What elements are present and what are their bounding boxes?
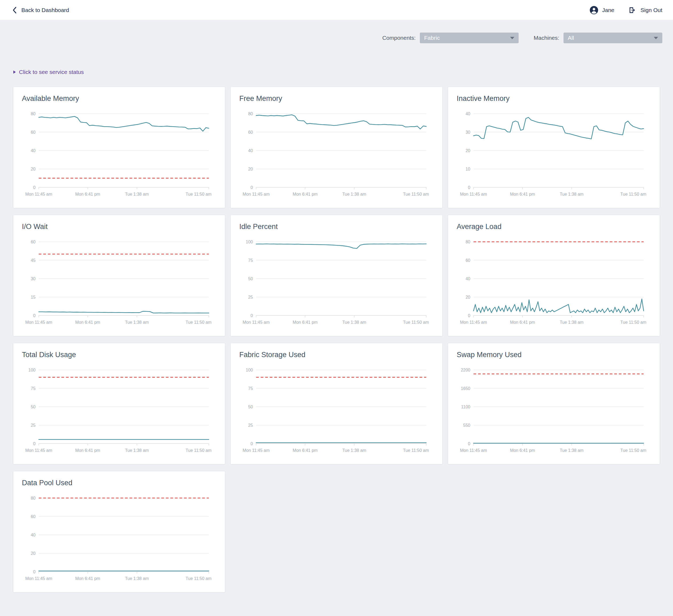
svg-text:60: 60 (465, 258, 470, 263)
svg-text:60: 60 (31, 514, 35, 519)
svg-text:Tue 11:50 am: Tue 11:50 am (186, 448, 212, 453)
svg-text:20: 20 (465, 295, 470, 299)
svg-text:2200: 2200 (461, 368, 470, 372)
svg-text:75: 75 (248, 258, 253, 263)
chart-card-available-memory: Available Memory 020406080Mon 11:45 amMo… (13, 87, 225, 208)
svg-text:Mon 6:41 pm: Mon 6:41 pm (75, 320, 100, 325)
svg-text:45: 45 (31, 258, 35, 263)
machines-filter: Machines: All (533, 33, 662, 43)
svg-text:550: 550 (463, 423, 470, 427)
svg-text:0: 0 (33, 313, 35, 318)
svg-text:Tue 1:38 am: Tue 1:38 am (343, 448, 366, 453)
chart-card-idle-percent: Idle Percent 0255075100Mon 11:45 amMon 6… (231, 215, 442, 336)
svg-text:Mon 11:45 am: Mon 11:45 am (460, 320, 487, 325)
svg-text:Tue 1:38 am: Tue 1:38 am (125, 192, 149, 197)
components-dropdown-value: Fabric (424, 35, 440, 41)
user-name: Jane (602, 7, 615, 13)
expand-triangle-icon (13, 70, 16, 74)
components-dropdown[interactable]: Fabric (420, 33, 519, 43)
svg-text:Mon 11:45 am: Mon 11:45 am (25, 448, 52, 453)
svg-text:0: 0 (33, 185, 35, 190)
svg-text:Mon 11:45 am: Mon 11:45 am (242, 192, 269, 197)
chart-card-free-memory: Free Memory 020406080Mon 11:45 amMon 6:4… (231, 87, 442, 208)
svg-text:100: 100 (246, 368, 253, 372)
line-chart: 020406080Mon 11:45 amMon 6:41 pmTue 1:38… (231, 87, 442, 208)
svg-text:25: 25 (248, 295, 253, 299)
back-to-dashboard-link[interactable]: Back to Dashboard (12, 7, 69, 14)
svg-text:Mon 6:41 pm: Mon 6:41 pm (293, 320, 317, 325)
svg-text:1100: 1100 (461, 405, 471, 409)
svg-text:80: 80 (465, 240, 470, 244)
svg-text:100: 100 (28, 368, 35, 372)
filter-bar: Components: Fabric Machines: All (0, 20, 673, 43)
svg-text:Mon 6:41 pm: Mon 6:41 pm (510, 192, 535, 197)
svg-text:Tue 11:50 am: Tue 11:50 am (186, 576, 212, 581)
chart-card-inactive-memory: Inactive Memory 010203040Mon 11:45 amMon… (448, 87, 660, 208)
svg-text:30: 30 (31, 277, 35, 281)
sign-out-button[interactable]: Sign Out (628, 6, 662, 14)
machines-dropdown-value: All (568, 35, 574, 41)
components-filter: Components: Fabric (382, 33, 519, 43)
sign-out-label: Sign Out (640, 7, 662, 13)
svg-text:Tue 11:50 am: Tue 11:50 am (620, 448, 646, 453)
svg-text:Mon 6:41 pm: Mon 6:41 pm (510, 448, 535, 453)
svg-text:Tue 1:38 am: Tue 1:38 am (560, 192, 584, 197)
svg-text:20: 20 (465, 148, 470, 153)
svg-text:25: 25 (248, 423, 253, 427)
svg-text:Tue 11:50 am: Tue 11:50 am (403, 192, 429, 197)
machines-label: Machines: (533, 35, 559, 41)
svg-text:15: 15 (31, 295, 35, 299)
svg-text:50: 50 (248, 277, 253, 281)
charts-grid: Available Memory 020406080Mon 11:45 amMo… (13, 87, 660, 592)
svg-text:40: 40 (31, 148, 35, 153)
chart-card-total-disk-usage: Total Disk Usage 0255075100Mon 11:45 amM… (13, 343, 225, 464)
svg-text:Mon 11:45 am: Mon 11:45 am (460, 192, 487, 197)
top-bar: Back to Dashboard Jane Sign Out (0, 0, 673, 20)
svg-text:20: 20 (31, 167, 35, 171)
svg-text:Tue 1:38 am: Tue 1:38 am (125, 320, 149, 325)
chart-card-i-o-wait: I/O Wait 015304560Mon 11:45 amMon 6:41 p… (13, 215, 225, 336)
svg-text:Tue 1:38 am: Tue 1:38 am (125, 576, 149, 581)
svg-text:30: 30 (465, 130, 470, 134)
line-chart: 010203040Mon 11:45 amMon 6:41 pmTue 1:38… (448, 87, 660, 208)
svg-text:80: 80 (248, 111, 253, 116)
service-status-toggle[interactable]: Click to see service status (13, 69, 84, 75)
back-chevron-icon (12, 7, 17, 14)
svg-text:Mon 6:41 pm: Mon 6:41 pm (510, 320, 535, 325)
svg-text:80: 80 (31, 111, 35, 116)
chevron-down-icon (510, 37, 514, 39)
svg-text:Mon 11:45 am: Mon 11:45 am (460, 448, 487, 453)
svg-text:Mon 11:45 am: Mon 11:45 am (25, 192, 52, 197)
svg-text:60: 60 (31, 240, 35, 244)
user-menu[interactable]: Jane (590, 6, 615, 15)
svg-text:Tue 11:50 am: Tue 11:50 am (620, 192, 646, 197)
chevron-down-icon (654, 37, 658, 39)
chart-card-data-pool-used: Data Pool Used 020406080Mon 11:45 amMon … (13, 471, 225, 592)
machines-dropdown[interactable]: All (564, 33, 662, 43)
svg-text:0: 0 (33, 441, 35, 446)
svg-text:75: 75 (31, 386, 35, 391)
sign-out-icon (628, 6, 637, 14)
svg-text:100: 100 (246, 240, 253, 244)
svg-text:Tue 11:50 am: Tue 11:50 am (186, 320, 212, 325)
svg-text:20: 20 (31, 551, 35, 556)
svg-text:50: 50 (31, 405, 35, 409)
svg-text:Tue 11:50 am: Tue 11:50 am (403, 320, 429, 325)
svg-text:Mon 6:41 pm: Mon 6:41 pm (75, 192, 100, 197)
line-chart: 0255075100Mon 11:45 amMon 6:41 pmTue 1:3… (231, 215, 442, 336)
svg-text:50: 50 (248, 405, 253, 409)
svg-text:Tue 1:38 am: Tue 1:38 am (125, 448, 149, 453)
svg-text:Tue 1:38 am: Tue 1:38 am (560, 448, 584, 453)
svg-text:0: 0 (33, 570, 35, 574)
svg-text:10: 10 (465, 167, 470, 171)
svg-text:40: 40 (31, 533, 35, 537)
line-chart: 020406080Mon 11:45 amMon 6:41 pmTue 1:38… (13, 471, 225, 592)
svg-text:40: 40 (465, 111, 470, 116)
svg-text:1650: 1650 (461, 386, 470, 391)
svg-text:Mon 11:45 am: Mon 11:45 am (25, 320, 52, 325)
svg-text:Mon 6:41 pm: Mon 6:41 pm (75, 448, 100, 453)
svg-text:0: 0 (468, 185, 470, 190)
svg-text:Mon 6:41 pm: Mon 6:41 pm (75, 576, 100, 581)
svg-text:0: 0 (250, 185, 253, 190)
components-label: Components: (382, 35, 416, 41)
